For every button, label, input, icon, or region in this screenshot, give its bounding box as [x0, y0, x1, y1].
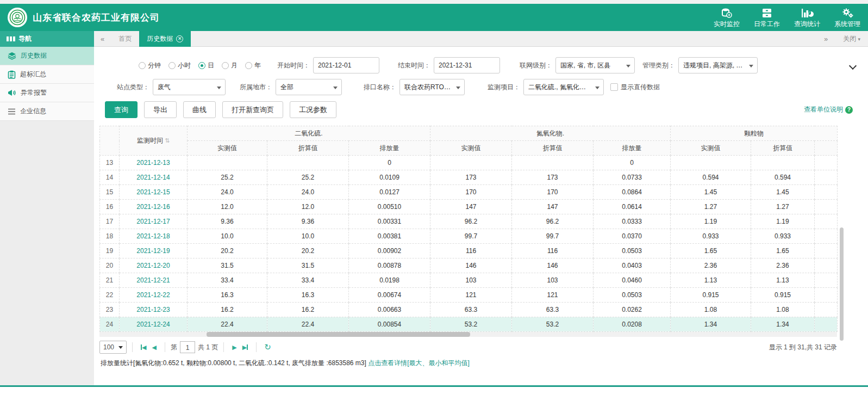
table-row[interactable]: 152021-12-1524.024.00.01271701700.08641.…: [100, 185, 838, 200]
row-date: 2021-12-22: [120, 288, 188, 303]
table-row[interactable]: 202021-12-2031.531.50.008781461460.04032…: [100, 258, 838, 273]
condition-params-button[interactable]: 工况参数: [290, 101, 336, 118]
radio-minute[interactable]: 分钟: [139, 61, 161, 70]
tabs-close-menu[interactable]: 关闭 ▾: [843, 34, 860, 44]
sidebar-item-label: 异常报警: [21, 88, 47, 97]
horizontal-scrollbar-thumb[interactable]: [207, 332, 470, 337]
next-page-button[interactable]: ▶: [229, 344, 239, 351]
table-row[interactable]: 212021-12-2133.433.40.01981031030.04601.…: [100, 273, 838, 288]
mgmt-category-select[interactable]: 违规项目, 高架源, 重点排: [678, 57, 758, 73]
menu-query-stats[interactable]: 查询统计: [794, 7, 820, 29]
row-index: 18: [100, 229, 120, 244]
sidebar-item-exceedance-summary[interactable]: 超标汇总: [0, 65, 94, 84]
last-page-button[interactable]: ▶: [240, 344, 251, 351]
history-data-panel: 分钟 小时 日 月 年 开始时间： 结束时间： 联网级别： 国家, 省, 市, …: [94, 47, 868, 385]
sort-icon[interactable]: ⇅: [165, 137, 170, 144]
row-value: 170: [512, 185, 594, 200]
tab-scroll-right-icon[interactable]: »: [817, 35, 834, 43]
subheader-pm-partial: [815, 141, 838, 156]
radio-year[interactable]: 年: [245, 61, 261, 70]
company-logo: [8, 8, 27, 27]
checkbox-icon[interactable]: [610, 83, 618, 91]
menu-daily-work[interactable]: 日常工作: [754, 7, 780, 29]
stats-detail-link[interactable]: 点击查看详情[最大、最小和平均值]: [368, 359, 470, 367]
page-size-value: 100: [103, 343, 114, 351]
filter-collapse-icon[interactable]: [850, 62, 856, 69]
row-value: 147: [512, 200, 594, 214]
select-value: 违规项目, 高架源, 重点排: [683, 61, 746, 70]
tab-history-data[interactable]: 历史数据 ✕: [139, 31, 191, 47]
table-row[interactable]: 242021-12-2422.422.40.0085453.253.20.020…: [100, 317, 838, 332]
sidebar-item-enterprise-info[interactable]: 企业信息: [0, 102, 94, 121]
table-row[interactable]: 132021-12-1300: [100, 156, 838, 170]
period-radio-group: 分钟 小时 日 月 年: [139, 61, 261, 70]
chevron-down-icon: [595, 87, 600, 89]
vertical-scrollbar-thumb[interactable]: [840, 227, 844, 341]
menu-realtime-monitor[interactable]: 实时监控: [714, 7, 740, 29]
outlet-select[interactable]: 联合农药RTO废气: [399, 79, 465, 95]
time-column-header[interactable]: 监测时间⇅: [120, 126, 188, 156]
table-row[interactable]: 142021-12-1425.225.20.01091731730.07330.…: [100, 170, 838, 185]
radio-label: 年: [254, 61, 261, 70]
sidebar: 导航 历史数据 超标汇总 异常报警 企业信息: [0, 31, 94, 385]
table-row[interactable]: 222021-12-2216.316.30.006741211210.05030…: [100, 288, 838, 303]
prev-page-button[interactable]: ◀: [149, 344, 159, 351]
new-query-page-button[interactable]: 打开新查询页: [222, 101, 283, 118]
row-value: 0.00902: [349, 244, 430, 258]
chevron-down-icon: [626, 65, 630, 67]
table-row[interactable]: 232021-12-2316.216.20.0066363.363.30.026…: [100, 303, 838, 317]
page-number: 第 1 共 1 页: [171, 341, 218, 353]
curve-button[interactable]: 曲线: [183, 101, 216, 118]
subheader-nox-converted: 折算值: [512, 141, 594, 156]
select-value: 联合农药RTO废气: [404, 83, 453, 92]
sidebar-item-abnormal-alarm[interactable]: 异常报警: [0, 84, 94, 102]
monitor-items-label: 监测项目：: [488, 83, 520, 92]
records-info: 显示 1 到 31,共 31 记录: [769, 343, 837, 352]
row-date: 2021-12-17: [120, 214, 188, 229]
divider: [223, 342, 224, 352]
table-row[interactable]: 192021-12-1920.220.20.009021161160.05031…: [100, 244, 838, 258]
first-page-button[interactable]: ◀: [138, 344, 149, 351]
tab-scroll-left-icon[interactable]: «: [94, 35, 111, 43]
row-padding-cell: [815, 214, 838, 229]
city-select[interactable]: 全部: [276, 79, 342, 95]
site-type-select[interactable]: 废气: [153, 79, 226, 95]
horizontal-scrollbar[interactable]: [99, 332, 837, 337]
radio-day[interactable]: 日: [198, 61, 214, 70]
radio-hour[interactable]: 小时: [168, 61, 191, 70]
radio-month[interactable]: 月: [222, 61, 238, 70]
monitor-items-select[interactable]: 二氧化硫., 氮氧化物., 颗粒: [523, 79, 604, 95]
row-date: 2021-12-24: [120, 317, 188, 332]
start-time-input[interactable]: [313, 57, 379, 73]
refresh-icon[interactable]: ↻: [264, 342, 271, 352]
export-button[interactable]: 导出: [144, 101, 177, 118]
sidebar-filler: [0, 121, 94, 385]
direct-data-checkbox-field[interactable]: 显示直传数据: [610, 83, 660, 92]
table-row[interactable]: 172021-12-179.369.360.0033196.296.20.033…: [100, 214, 838, 229]
table-row[interactable]: 182021-12-1810.010.00.0038199.799.70.037…: [100, 229, 838, 244]
table-row[interactable]: 162021-12-1612.012.00.005101471470.06141…: [100, 200, 838, 214]
unit-help-link[interactable]: 查看单位说明 ?: [804, 105, 853, 114]
sidebar-item-history-data[interactable]: 历史数据: [0, 47, 94, 65]
row-value: 31.5: [267, 258, 349, 273]
index-column-header: [100, 126, 120, 156]
chevron-down-icon: [118, 346, 123, 349]
row-value: 1.34: [751, 317, 815, 332]
page-size-select[interactable]: 100: [99, 341, 127, 354]
chevron-down-icon: [217, 87, 221, 89]
query-button[interactable]: 查询: [105, 101, 138, 118]
tab-close-icon[interactable]: ✕: [176, 35, 183, 42]
page-number-input[interactable]: 1: [180, 341, 195, 353]
row-value: 99.7: [512, 229, 594, 244]
group-header-pm: 颗粒物: [671, 126, 838, 141]
mgmt-category-label: 管理类别：: [642, 61, 675, 70]
end-time-input[interactable]: [434, 57, 500, 73]
row-value: 146: [430, 258, 512, 273]
menu-system-admin[interactable]: 系统管理: [834, 7, 860, 29]
row-padding-cell: [815, 303, 838, 317]
tab-home[interactable]: 首页: [111, 31, 139, 47]
bar-chart-icon: [801, 7, 814, 19]
network-level-select[interactable]: 国家, 省, 市, 区县: [555, 57, 635, 73]
row-date: 2021-12-23: [120, 303, 188, 317]
row-value: 0.915: [671, 288, 751, 303]
